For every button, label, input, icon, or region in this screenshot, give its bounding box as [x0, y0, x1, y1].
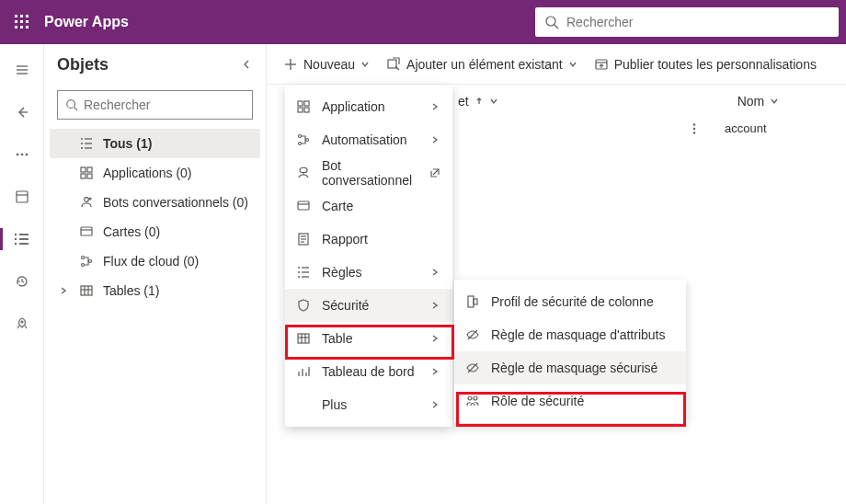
tree-item-label: Cartes (0) — [103, 224, 253, 239]
svg-rect-38 — [87, 174, 92, 178]
new-menu: ApplicationAutomatisationBot conversatio… — [285, 85, 452, 427]
svg-point-40 — [89, 198, 91, 200]
submenu-item[interactable]: Règle de masquage sécurisé — [454, 351, 686, 384]
tree-item[interactable]: Tables (1) — [50, 276, 260, 305]
global-search-input[interactable] — [566, 15, 829, 29]
add-existing-button[interactable]: Ajouter un élément existant — [386, 57, 577, 72]
tree-item[interactable]: Applications (0) — [50, 158, 260, 188]
submenu-item[interactable]: Profil de sécurité de colonne — [454, 285, 686, 318]
tree-item[interactable]: Tous (1) — [50, 129, 260, 158]
menu-item-icon — [296, 132, 311, 147]
panel-search[interactable] — [57, 90, 253, 120]
nav-rail — [0, 44, 44, 504]
tree-type-icon — [79, 224, 94, 239]
svg-point-65 — [306, 139, 309, 142]
plus-icon — [283, 57, 298, 72]
hamburger-icon[interactable] — [7, 55, 37, 85]
svg-rect-36 — [87, 167, 92, 172]
overview-icon[interactable] — [7, 182, 37, 212]
collapse-panel-icon[interactable] — [240, 58, 253, 71]
svg-point-64 — [299, 135, 302, 138]
menu-item[interactable]: Règles — [285, 256, 452, 289]
tree-item[interactable]: Flux de cloud (0) — [50, 246, 260, 276]
svg-rect-41 — [81, 227, 92, 235]
submenu-item-label: Profil de sécurité de colonne — [491, 294, 675, 309]
menu-item[interactable]: Rapport — [285, 223, 452, 256]
svg-line-28 — [74, 108, 78, 111]
tree-type-icon — [79, 195, 94, 210]
svg-point-94 — [468, 396, 472, 400]
submenu-item-label: Règle de masquage sécurisé — [491, 361, 675, 375]
chevron-down-icon — [770, 97, 779, 106]
tree-type-icon — [79, 136, 94, 151]
menu-item[interactable]: Tableau de bord — [285, 355, 452, 388]
tree-type-icon — [79, 166, 94, 180]
global-search[interactable] — [535, 7, 839, 37]
submenu-item[interactable]: Règle de masquage d'attributs — [454, 318, 686, 351]
svg-point-66 — [299, 143, 302, 145]
publish-icon — [594, 57, 609, 72]
menu-item[interactable]: Bot conversationnel — [285, 156, 452, 189]
svg-rect-5 — [26, 20, 29, 23]
publish-button[interactable]: Publier toutes les personnalisations — [594, 57, 817, 72]
menu-item-label: Plus — [322, 397, 417, 412]
svg-rect-91 — [474, 299, 477, 304]
svg-rect-4 — [20, 20, 23, 23]
menu-item-icon — [296, 232, 311, 246]
column-display-name[interactable]: et — [458, 94, 498, 109]
back-icon[interactable] — [7, 97, 37, 127]
panel-search-input[interactable] — [84, 97, 245, 112]
submenu-item-icon — [465, 394, 480, 408]
tree-item[interactable]: Bots conversationnels (0) — [50, 188, 260, 217]
svg-rect-67 — [300, 168, 307, 173]
chevron-down-icon — [360, 60, 370, 69]
tree-item[interactable]: Cartes (0) — [50, 217, 260, 246]
new-button[interactable]: Nouveau — [283, 57, 370, 72]
svg-rect-3 — [15, 20, 17, 23]
menu-item-label: Règles — [322, 265, 417, 280]
menu-item-label: Carte — [322, 199, 441, 213]
app-header: Power Apps — [0, 0, 846, 44]
objects-tree: Tous (1)Applications (0)Bots conversatio… — [44, 129, 266, 305]
overflow-icon[interactable] — [7, 140, 37, 169]
menu-item-label: Tableau de bord — [322, 364, 417, 379]
publish-label: Publier toutes les personnalisations — [614, 57, 817, 72]
menu-item-label: Rapport — [322, 232, 441, 246]
svg-rect-6 — [15, 26, 17, 29]
panel-title: Objets — [57, 55, 109, 74]
svg-rect-35 — [81, 167, 86, 172]
menu-item[interactable]: Carte — [285, 189, 452, 223]
history-icon[interactable] — [7, 267, 37, 296]
submenu-item-icon — [465, 327, 480, 342]
add-existing-label: Ajouter un élément existant — [406, 57, 563, 72]
submenu-item[interactable]: Rôle de sécurité — [454, 384, 686, 418]
chevron-right-icon — [429, 268, 441, 277]
waffle-icon[interactable] — [7, 7, 37, 37]
tree-type-icon — [79, 254, 94, 269]
tree-item-label: Flux de cloud (0) — [103, 254, 253, 269]
tree-item-label: Applications (0) — [103, 166, 253, 180]
security-submenu: Profil de sécurité de colonneRègle de ma… — [454, 280, 686, 423]
svg-point-59 — [693, 132, 695, 133]
submenu-item-label: Rôle de sécurité — [491, 394, 675, 408]
menu-item[interactable]: Automatisation — [285, 123, 452, 156]
svg-rect-82 — [298, 334, 309, 343]
row-more-icon[interactable] — [688, 122, 706, 135]
svg-line-69 — [433, 169, 439, 175]
add-existing-icon — [386, 57, 401, 72]
svg-point-17 — [25, 154, 28, 156]
svg-rect-8 — [26, 26, 29, 29]
menu-item[interactable]: Plus — [285, 388, 452, 421]
objects-icon[interactable] — [7, 224, 37, 254]
chevron-right-icon[interactable] — [57, 286, 70, 295]
column-name[interactable]: Nom — [737, 94, 780, 109]
svg-rect-60 — [298, 101, 303, 106]
chevron-right-icon — [429, 102, 441, 111]
menu-item-icon — [296, 364, 311, 379]
menu-item[interactable]: Sécurité — [285, 289, 452, 322]
menu-item[interactable]: Application — [285, 90, 452, 123]
main-area: Nouveau Ajouter un élément existant Publ… — [267, 44, 846, 504]
command-bar: Nouveau Ajouter un élément existant Publ… — [267, 44, 846, 85]
menu-item[interactable]: Table — [285, 322, 452, 355]
rocket-icon[interactable] — [7, 309, 37, 338]
